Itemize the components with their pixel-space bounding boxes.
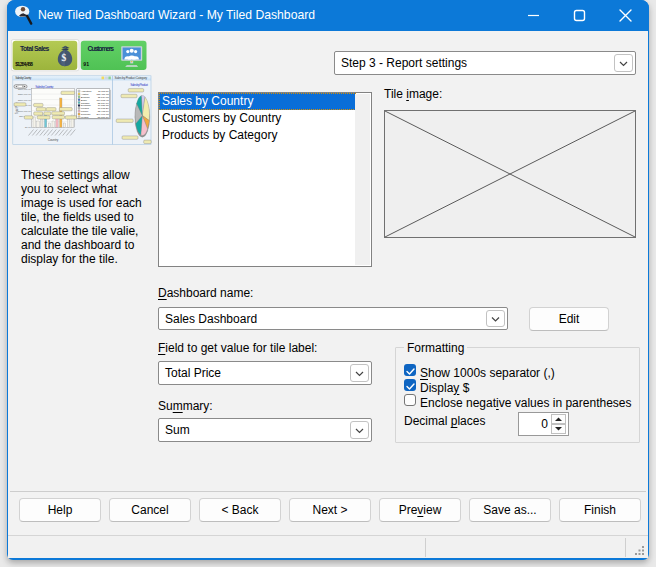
svg-text:Sales by Product Category: Sales by Product Category [115,76,148,80]
svg-text:$: $ [62,53,67,63]
svg-text:Customers: Customers [88,45,115,52]
svg-text:$0.00: $0.00 [25,126,31,128]
svg-text:91: 91 [83,61,89,67]
svg-text:Sales by Product: Sales by Product [130,83,148,87]
svg-text:Ireland: Ireland [81,116,89,119]
svg-text:Country: Country [48,138,59,142]
svg-text:$1,354,458: $1,354,458 [15,61,33,67]
svg-text:Sales by Country: Sales by Country [15,76,31,80]
svg-text:Sales by Country: Sales by Country [35,85,53,89]
svg-text:57,317.39: 57,317.39 [98,116,109,119]
svg-text:Total Sales: Total Sales [20,45,50,52]
